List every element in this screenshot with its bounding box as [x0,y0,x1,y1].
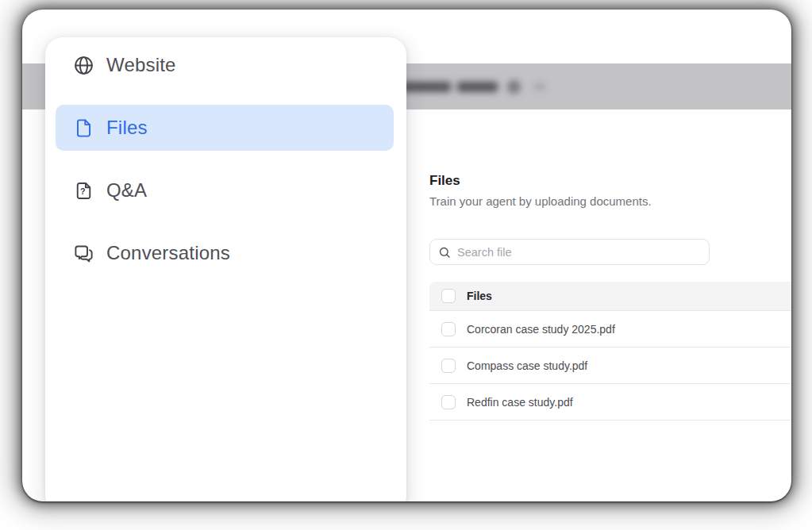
row-checkbox[interactable] [441,322,456,336]
blurred-agent-title [402,79,545,94]
file-name: Corcoran case study 2025.pdf [467,323,615,336]
table-header-row: Files [429,282,791,311]
sidebar-item-label: Conversations [106,242,230,264]
question-document-icon: ? [73,180,94,202]
files-table: Files Corcoran case study 2025.pdf Compa… [429,282,791,421]
sidebar-item-qa[interactable]: ? Q&A [56,167,394,213]
sidebar-item-label: Q&A [106,179,147,202]
page-title: Files [429,173,460,189]
table-row[interactable]: Redfin case study.pdf [429,384,791,421]
sidebar-item-label: Website [106,54,176,76]
file-name: Compass case study.pdf [467,359,587,372]
knowledge-sidebar: Website Files ? [45,37,406,501]
table-header-label: Files [467,290,492,302]
chat-bubbles-icon [73,243,94,264]
page-subtitle: Train your agent by uploading documents. [429,194,652,208]
page-background: Files Train your agent by uploading docu… [0,0,812,530]
sidebar-item-conversations[interactable]: Conversations [56,230,394,276]
blurred-chevron-blob [534,83,545,90]
search-box[interactable] [429,239,710,265]
svg-text:?: ? [80,186,86,195]
blurred-text-blob [457,82,498,92]
app-window: Files Train your agent by uploading docu… [22,10,791,501]
sidebar-item-website[interactable]: Website [56,42,394,88]
blurred-text-blob [402,82,451,92]
table-row[interactable]: Compass case study.pdf [429,348,791,384]
table-row[interactable]: Corcoran case study 2025.pdf [429,311,791,348]
sidebar-item-files[interactable]: Files [56,105,394,151]
file-icon [73,117,94,139]
row-checkbox[interactable] [441,395,456,409]
file-name: Redfin case study.pdf [467,396,573,409]
row-checkbox[interactable] [441,359,456,373]
sidebar-item-label: Files [106,117,148,139]
search-icon [438,246,451,259]
blurred-badge-blob [507,80,521,94]
select-all-checkbox[interactable] [441,289,456,303]
globe-icon [73,55,94,76]
search-input[interactable] [457,246,701,259]
